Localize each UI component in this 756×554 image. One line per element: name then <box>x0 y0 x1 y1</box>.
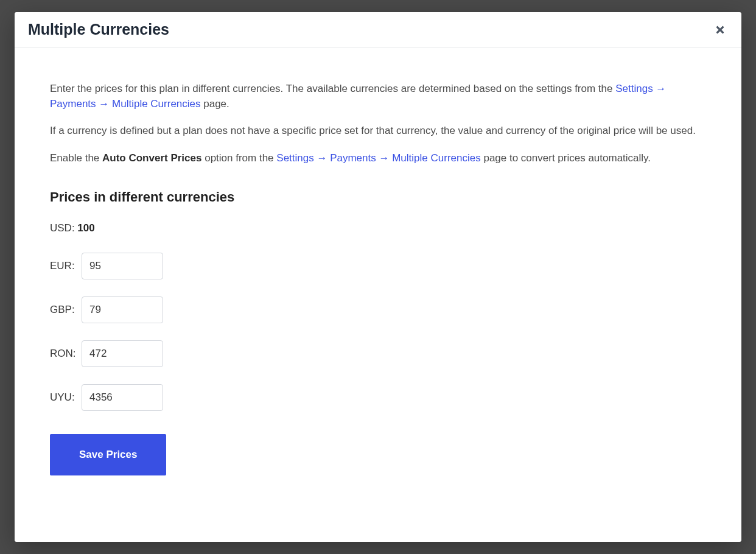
intro-paragraph-2: If a currency is defined but a plan does… <box>50 124 706 139</box>
uyu-input[interactable] <box>82 384 163 411</box>
multiple-currencies-modal: Multiple Currencies Enter the prices for… <box>15 12 741 542</box>
base-currency-value: 100 <box>77 222 94 234</box>
intro-text: Enter the prices for this plan in differ… <box>50 82 706 166</box>
auto-convert-option-name: Auto Convert Prices <box>102 152 201 164</box>
intro-paragraph-3: Enable the Auto Convert Prices option fr… <box>50 151 706 166</box>
intro-p1-prefix: Enter the prices for this plan in differ… <box>50 83 615 94</box>
ron-input[interactable] <box>82 340 163 367</box>
intro-p3-suffix: page to convert prices automatically. <box>481 152 651 164</box>
price-row-gbp: GBP: <box>50 296 706 323</box>
base-currency-label: USD: <box>50 222 75 234</box>
price-row-eur: EUR: <box>50 253 706 279</box>
gbp-input[interactable] <box>82 296 163 323</box>
modal-title: Multiple Currencies <box>28 21 169 38</box>
gbp-label: GBP: <box>50 304 77 316</box>
eur-input[interactable] <box>82 253 163 279</box>
intro-paragraph-1: Enter the prices for this plan in differ… <box>50 82 706 111</box>
settings-payments-link-2[interactable]: Settings → Payments → Multiple Currencie… <box>276 152 480 164</box>
close-button[interactable] <box>712 22 728 38</box>
uyu-label: UYU: <box>50 391 77 404</box>
prices-section-heading: Prices in different currencies <box>50 189 706 205</box>
intro-p3-middle: option from the <box>201 152 276 164</box>
save-prices-button[interactable]: Save Prices <box>50 434 166 475</box>
modal-header: Multiple Currencies <box>15 12 741 47</box>
ron-label: RON: <box>50 348 77 360</box>
intro-p3-prefix: Enable the <box>50 152 102 164</box>
price-row-uyu: UYU: <box>50 384 706 411</box>
modal-body: Enter the prices for this plan in differ… <box>15 47 741 542</box>
close-icon <box>715 24 726 35</box>
intro-p1-suffix: page. <box>201 98 229 110</box>
base-currency-row: USD: 100 <box>50 222 706 234</box>
eur-label: EUR: <box>50 260 77 272</box>
price-row-ron: RON: <box>50 340 706 367</box>
